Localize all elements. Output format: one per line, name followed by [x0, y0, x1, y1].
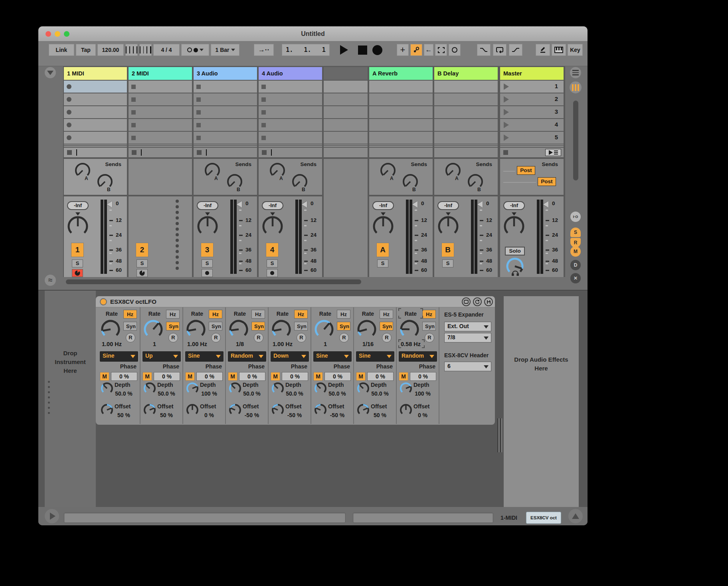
instrument-drop-panel[interactable]: Drop Instrument Here [45, 291, 96, 508]
hz-mode-button[interactable]: Hz [209, 310, 222, 319]
phase-value[interactable]: 0 % [239, 372, 265, 381]
rate-value[interactable]: 1/16 [354, 341, 382, 347]
detail-view-toggle[interactable] [568, 509, 583, 523]
depth-value[interactable]: 100 % [195, 390, 223, 397]
send-b-knob[interactable] [467, 173, 484, 190]
sync-mode-button[interactable]: Syn [380, 322, 393, 331]
automation-arm-button[interactable] [410, 44, 422, 56]
depth-value[interactable]: 50.0 % [366, 390, 394, 397]
reenable-automation-button[interactable]: ← [424, 44, 433, 56]
multiply-button[interactable]: M [271, 372, 280, 381]
midi-overdub-button[interactable]: + [397, 44, 409, 56]
track-activator[interactable]: 2 [136, 243, 148, 257]
io-section-toggle[interactable]: I·O [570, 212, 581, 222]
device-tab[interactable]: ESX8CV oct [526, 512, 561, 524]
clip-slot[interactable] [194, 93, 257, 105]
send-a-knob[interactable] [74, 162, 91, 179]
hz-mode-button[interactable]: Hz [380, 310, 393, 319]
offset-value[interactable]: -50 % [281, 412, 309, 418]
sync-mode-button[interactable]: Syn [422, 322, 436, 331]
drag-handle-dots[interactable] [48, 381, 50, 417]
multiply-button[interactable]: M [185, 372, 195, 381]
info-view-toggle[interactable] [45, 509, 59, 523]
retrigger-button[interactable]: R [425, 333, 434, 342]
send-a-knob[interactable] [204, 162, 221, 179]
offset-value[interactable]: -50 % [323, 412, 351, 418]
rate-knob[interactable] [186, 319, 206, 339]
track-drop-area[interactable] [324, 67, 368, 158]
follow-button[interactable]: →·· [254, 44, 274, 56]
link-button[interactable]: Link [49, 44, 74, 56]
retrigger-button[interactable]: R [168, 333, 178, 342]
fade-tool-button[interactable] [477, 44, 491, 56]
clip-slot[interactable] [64, 106, 127, 118]
device-activator-button[interactable] [100, 298, 107, 305]
rate-knob[interactable] [229, 319, 249, 339]
tempo-display[interactable]: 120.00 [97, 44, 124, 56]
clip-slot[interactable] [64, 81, 127, 93]
send-b-pre-post-toggle[interactable]: Post [538, 177, 556, 186]
ramp-tool-button[interactable] [509, 44, 522, 56]
rate-value[interactable]: 1/8 [226, 341, 254, 347]
rate-value[interactable]: 1.00 Hz [269, 341, 297, 347]
clip-slot[interactable] [194, 119, 257, 131]
rate-knob[interactable] [271, 319, 291, 339]
device-drag-handle[interactable] [497, 418, 502, 452]
waveform-select[interactable]: Sine [100, 351, 138, 362]
depth-value[interactable]: 50.0 % [152, 390, 180, 397]
empty-clip-slot[interactable] [369, 119, 433, 131]
waveform-select[interactable]: Random [399, 351, 437, 362]
offset-value[interactable]: 50 % [110, 412, 138, 418]
reload-device-button[interactable] [473, 297, 482, 306]
sync-mode-button[interactable]: Syn [294, 322, 308, 331]
sync-mode-button[interactable]: Syn [166, 322, 180, 331]
nudge-down-button[interactable] [125, 44, 138, 56]
clip-stop-row[interactable] [129, 148, 192, 157]
esx8cv-header-select[interactable]: 6 [444, 362, 491, 371]
send-a-knob[interactable] [445, 162, 461, 179]
offset-value[interactable]: 50 % [152, 412, 180, 418]
send-b-knob[interactable] [226, 173, 243, 190]
hz-mode-button[interactable]: Hz [422, 310, 436, 319]
multiply-button[interactable]: M [100, 372, 109, 381]
sync-mode-button[interactable]: Syn [337, 322, 350, 331]
multiply-button[interactable]: M [313, 372, 323, 381]
stop-all-clips-button[interactable] [545, 149, 561, 156]
rate-value[interactable]: 1 [311, 341, 339, 347]
empty-clip-slot[interactable] [369, 132, 433, 144]
clip-slot[interactable] [129, 132, 192, 144]
clip-slot[interactable] [64, 93, 127, 105]
hz-mode-button[interactable]: Hz [123, 310, 137, 319]
session-record-button[interactable] [449, 44, 461, 56]
send-b-knob[interactable] [97, 173, 113, 190]
map-mode-button[interactable] [462, 297, 471, 306]
multiply-button[interactable]: M [399, 372, 408, 381]
arrangement-position[interactable]: 1. 1. 1 [282, 44, 330, 56]
scene-launch-button[interactable]: 4 [500, 119, 564, 131]
draw-mode-button[interactable] [536, 44, 550, 56]
offset-value[interactable]: 0 % [195, 412, 223, 418]
horizontal-scrollbar[interactable] [66, 279, 361, 284]
clip-slot[interactable] [194, 81, 257, 93]
empty-clip-slot[interactable] [434, 93, 498, 105]
send-a-knob[interactable] [380, 162, 396, 179]
phase-value[interactable]: 0 % [111, 372, 137, 381]
hz-mode-button[interactable]: Hz [251, 310, 265, 319]
stop-button[interactable] [357, 44, 368, 56]
rate-knob[interactable] [314, 319, 334, 339]
retrigger-button[interactable]: R [211, 333, 221, 342]
empty-clip-slot[interactable] [434, 119, 498, 131]
waveform-select[interactable]: Random [228, 351, 266, 362]
sends-section-toggle[interactable]: S [570, 228, 581, 237]
multiply-button[interactable]: M [356, 372, 366, 381]
scene-launch-button[interactable]: 1 [500, 81, 564, 93]
waveform-select[interactable]: Sine [356, 351, 394, 362]
tap-tempo-button[interactable]: Tap [76, 44, 96, 56]
sync-mode-button[interactable]: Syn [123, 322, 137, 331]
offset-value[interactable]: 50 % [366, 412, 394, 418]
track-header[interactable]: 3 Audio [194, 67, 257, 80]
send-b-knob[interactable] [402, 173, 419, 190]
quantization-menu[interactable]: 1 Bar [211, 44, 239, 56]
waveform-select[interactable]: Down [271, 351, 309, 362]
scene-launch-button[interactable]: 3 [500, 106, 564, 118]
